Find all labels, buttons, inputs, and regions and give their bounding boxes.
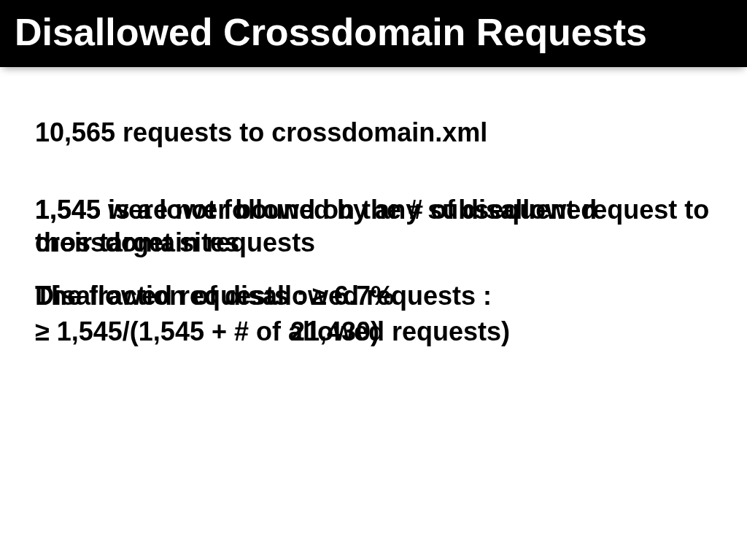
slide-title: Disallowed Crossdomain Requests [15,10,732,54]
layerA-p1-text: 1,545 were not followed by any subsequen… [35,195,709,257]
layerA-para1: 1,545 were not followed by any subsequen… [35,193,712,259]
text-layer-front: 1,545 were not followed by any subsequen… [35,193,712,315]
layerA-para3: 21,430) [290,315,379,348]
layerA-para2: Disallowed requests : ≥ 6.7% [35,279,394,312]
slide: Disallowed Crossdomain Requests 10,565 r… [0,0,747,560]
stat-line-1: 10,565 requests to crossdomain.xml [35,117,712,148]
content-area: 10,565 requests to crossdomain.xml [35,117,712,148]
title-bar: Disallowed Crossdomain Requests [0,0,747,67]
